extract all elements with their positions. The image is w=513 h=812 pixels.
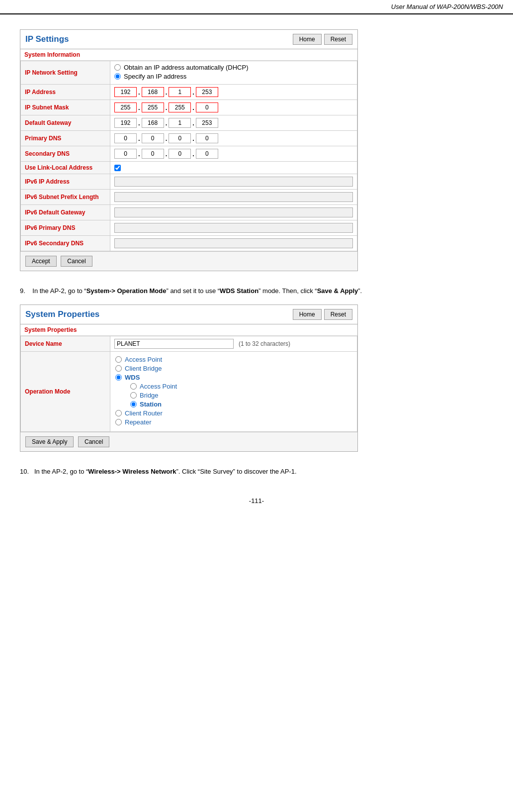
pdns-octet4[interactable] bbox=[196, 133, 218, 143]
ap-radio[interactable] bbox=[115, 356, 122, 363]
device-name-input[interactable] bbox=[114, 339, 234, 349]
client-router-radio-row: Client Router bbox=[115, 409, 352, 417]
save-apply-btn[interactable]: Save & Apply bbox=[25, 436, 74, 447]
client-bridge-radio-row: Client Bridge bbox=[115, 365, 352, 372]
ip-settings-reset-btn[interactable]: Reset bbox=[324, 34, 352, 45]
link-local-label: Use Link-Local Address bbox=[21, 162, 110, 174]
client-bridge-radio[interactable] bbox=[115, 365, 122, 372]
wds-station-radio[interactable] bbox=[130, 401, 137, 407]
ipv6-gateway-input[interactable] bbox=[114, 207, 353, 217]
client-router-label: Client Router bbox=[125, 409, 163, 417]
dot2: . bbox=[164, 119, 169, 127]
link-local-checkbox[interactable] bbox=[114, 165, 121, 171]
ip-settings-home-btn[interactable]: Home bbox=[293, 34, 322, 45]
gateway-octet4[interactable] bbox=[196, 118, 218, 128]
device-name-hint: (1 to 32 characters) bbox=[239, 340, 290, 347]
sdns-octet2[interactable] bbox=[142, 149, 164, 159]
ipv6-prefix-value bbox=[110, 190, 357, 205]
device-name-value: (1 to 32 characters) bbox=[110, 336, 357, 351]
step10-bold1: Wireless-> Wireless Network bbox=[88, 468, 176, 475]
wds-ap-radio[interactable] bbox=[130, 383, 137, 390]
operation-mode-label: Operation Mode bbox=[21, 351, 110, 431]
page-number: -111- bbox=[20, 497, 493, 505]
secondary-dns-label: Secondary DNS bbox=[21, 146, 110, 162]
step10-pre: In the AP-2, go to “ bbox=[34, 468, 88, 475]
primary-dns-group: . . . bbox=[114, 133, 353, 143]
ipv6-pdns-input[interactable] bbox=[114, 223, 353, 233]
ipv6-prefix-label: IPv6 Subnet Prefix Length bbox=[21, 190, 110, 205]
dhcp-label: Obtain an IP address automatically (DHCP… bbox=[124, 64, 248, 71]
step10-post: ”. Click “Site Survey” to discover the A… bbox=[176, 468, 296, 475]
sys-home-btn[interactable]: Home bbox=[293, 309, 322, 320]
dot1: . bbox=[137, 135, 142, 142]
table-row: Use Link-Local Address bbox=[21, 162, 357, 174]
step9-number: 9. bbox=[20, 287, 25, 295]
dot2: . bbox=[164, 89, 169, 96]
ip-network-setting-value: Obtain an IP address automatically (DHCP… bbox=[110, 61, 357, 85]
pdns-octet3[interactable] bbox=[169, 133, 191, 143]
ip-address-octet2[interactable] bbox=[142, 87, 164, 97]
sys-properties-footer: Save & Apply Cancel bbox=[20, 432, 357, 451]
primary-dns-label: Primary DNS bbox=[21, 131, 110, 146]
step9-text: 9. In the AP-2, go to “System-> Operatio… bbox=[20, 286, 493, 297]
step9-mid: ” and set it to use “ bbox=[166, 287, 220, 295]
ip-accept-btn[interactable]: Accept bbox=[25, 256, 57, 267]
step9-post: ” mode. Then, click “ bbox=[258, 287, 317, 295]
ip-settings-header: IP Settings Home Reset bbox=[20, 30, 357, 49]
pdns-octet2[interactable] bbox=[142, 133, 164, 143]
sys-cancel-btn[interactable]: Cancel bbox=[78, 436, 109, 447]
sdns-octet4[interactable] bbox=[196, 149, 218, 159]
ipv6-gateway-value bbox=[110, 205, 357, 220]
wds-bridge-radio[interactable] bbox=[130, 392, 137, 399]
wds-radio[interactable] bbox=[115, 374, 122, 381]
gateway-octet3[interactable] bbox=[169, 118, 191, 128]
sdns-octet1[interactable] bbox=[114, 149, 137, 159]
subnet-octet4[interactable] bbox=[196, 102, 218, 112]
sys-reset-btn[interactable]: Reset bbox=[324, 309, 352, 320]
client-bridge-label: Client Bridge bbox=[125, 365, 162, 372]
pdns-octet1[interactable] bbox=[114, 133, 137, 143]
dot3: . bbox=[191, 104, 196, 111]
dhcp-radio[interactable] bbox=[114, 64, 121, 71]
gateway-octet1[interactable] bbox=[114, 118, 137, 128]
ip-cancel-btn[interactable]: Cancel bbox=[61, 256, 92, 267]
sdns-octet3[interactable] bbox=[169, 149, 191, 159]
static-radio-row: Specify an IP address bbox=[114, 73, 353, 80]
sys-section-label: System Properties bbox=[20, 324, 357, 336]
subnet-octet2[interactable] bbox=[142, 102, 164, 112]
ipv6-gateway-label: IPv6 Default Gateway bbox=[21, 205, 110, 220]
subnet-octet3[interactable] bbox=[169, 102, 191, 112]
ip-settings-section-label: System Information bbox=[20, 49, 357, 61]
ipv6-address-input[interactable] bbox=[114, 177, 353, 187]
client-router-radio[interactable] bbox=[115, 410, 122, 416]
table-row: Primary DNS . . . bbox=[21, 131, 357, 146]
ip-settings-footer: Accept Cancel bbox=[20, 251, 357, 271]
dot3: . bbox=[191, 135, 196, 142]
ap-radio-row: Access Point bbox=[115, 356, 352, 363]
ip-address-value: . . . bbox=[110, 85, 357, 100]
subnet-mask-label: IP Subnet Mask bbox=[21, 100, 110, 115]
subnet-octet1[interactable] bbox=[114, 102, 137, 112]
sys-properties-table: Device Name (1 to 32 characters) Operati… bbox=[20, 336, 357, 432]
ip-address-octet1[interactable] bbox=[114, 87, 137, 97]
gateway-octet2[interactable] bbox=[142, 118, 164, 128]
dot1: . bbox=[137, 150, 142, 158]
wds-radio-row: WDS bbox=[115, 374, 352, 381]
repeater-radio[interactable] bbox=[115, 419, 122, 425]
link-local-value bbox=[110, 162, 357, 174]
ipv6-address-label: IPv6 IP Address bbox=[21, 174, 110, 190]
gateway-group: . . . bbox=[114, 118, 353, 128]
ip-address-octet3[interactable] bbox=[169, 87, 191, 97]
device-name-label: Device Name bbox=[21, 336, 110, 351]
ipv6-sdns-input[interactable] bbox=[114, 238, 353, 248]
wds-station-label: Station bbox=[140, 401, 162, 408]
step10-number: 10. bbox=[20, 468, 29, 475]
table-row: IPv6 Subnet Prefix Length bbox=[21, 190, 357, 205]
ip-address-octet4[interactable] bbox=[196, 87, 218, 97]
static-radio[interactable] bbox=[114, 73, 121, 80]
step9-pre: In the AP-2, go to “ bbox=[32, 287, 86, 295]
wds-bridge-radio-row: Bridge bbox=[130, 392, 352, 399]
ipv6-prefix-input[interactable] bbox=[114, 192, 353, 202]
dot1: . bbox=[137, 119, 142, 127]
dot2: . bbox=[164, 104, 169, 111]
